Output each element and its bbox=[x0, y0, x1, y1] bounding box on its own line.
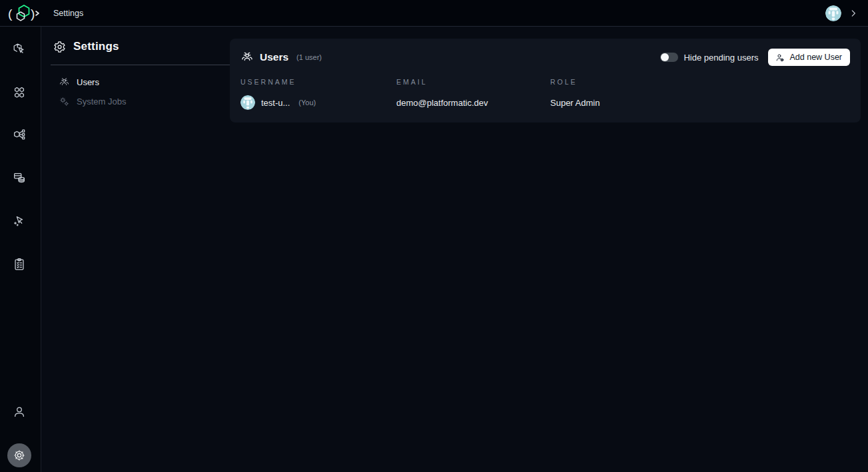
users-icon bbox=[59, 77, 70, 88]
node-graph-icon[interactable] bbox=[7, 123, 31, 147]
row-email: demo@platformatic.dev bbox=[396, 98, 550, 108]
row-you-badge: (You) bbox=[298, 99, 316, 107]
col-header-username: USERNAME bbox=[240, 78, 396, 86]
cubes-cluster-icon[interactable] bbox=[7, 81, 31, 105]
toggle-knob bbox=[661, 53, 669, 61]
nav-item-users-label: Users bbox=[77, 77, 99, 87]
users-panel-title: Users bbox=[260, 51, 288, 63]
topbar: ( ) Settings bbox=[0, 0, 868, 27]
users-table: USERNAME EMAIL ROLE bbox=[230, 78, 861, 110]
cube-pointer-icon[interactable] bbox=[7, 37, 31, 61]
user-avatar[interactable] bbox=[825, 5, 841, 21]
col-header-role: ROLE bbox=[550, 78, 850, 86]
add-new-user-button[interactable]: Add new User bbox=[768, 49, 850, 66]
col-header-email: EMAIL bbox=[396, 78, 550, 86]
settings-heading: Settings bbox=[41, 27, 230, 53]
icon-rail-sidebar bbox=[0, 27, 41, 472]
users-icon bbox=[240, 51, 254, 64]
row-user-avatar bbox=[240, 95, 255, 110]
users-panel: Users (1 user) Hide pending users Add ne… bbox=[230, 39, 861, 122]
row-role: Super Admin bbox=[550, 98, 850, 108]
gear-icon[interactable] bbox=[7, 443, 31, 467]
platformatic-logo-icon[interactable]: ( ) bbox=[8, 3, 41, 23]
users-count-badge: (1 user) bbox=[296, 53, 322, 61]
nav-item-system-jobs-label: System Jobs bbox=[77, 97, 126, 107]
user-plus-icon bbox=[775, 53, 785, 63]
database-stack-icon[interactable] bbox=[7, 166, 31, 190]
nav-item-users[interactable]: Users bbox=[41, 73, 230, 92]
person-icon[interactable] bbox=[7, 400, 31, 424]
clipboard-checklist-icon[interactable] bbox=[7, 252, 31, 276]
cursor-sparkle-icon[interactable] bbox=[7, 209, 31, 233]
row-username: test-u... bbox=[261, 98, 290, 108]
gears-icon bbox=[59, 96, 70, 107]
hide-pending-users-toggle[interactable] bbox=[660, 53, 678, 62]
settings-divider bbox=[51, 65, 246, 65]
hide-pending-users-label: Hide pending users bbox=[683, 53, 758, 63]
chevron-right-icon[interactable] bbox=[848, 8, 859, 19]
settings-nav-panel: Settings Users System Jobs bbox=[41, 27, 230, 111]
add-new-user-label: Add new User bbox=[789, 53, 842, 62]
svg-text:(: ( bbox=[8, 7, 13, 21]
nav-item-system-jobs[interactable]: System Jobs bbox=[41, 92, 230, 111]
settings-page-title: Settings bbox=[73, 40, 119, 53]
table-row[interactable]: test-u... (You) demo@platformatic.dev Su… bbox=[240, 95, 850, 110]
topbar-title: Settings bbox=[53, 9, 83, 18]
svg-text:): ) bbox=[31, 7, 35, 21]
gear-icon bbox=[53, 41, 66, 53]
